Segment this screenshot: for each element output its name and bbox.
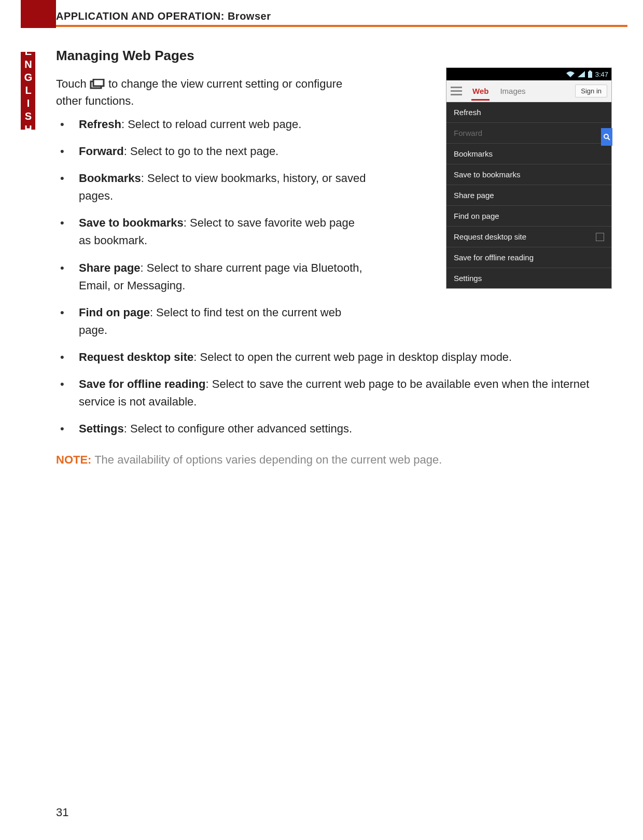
bullet-term: Share page	[79, 261, 141, 274]
menu-item: Forward	[446, 123, 611, 144]
status-time: 3:47	[595, 71, 608, 78]
menu-item-label: Save for offline reading	[454, 253, 534, 262]
svg-rect-4	[451, 87, 462, 88]
narrow-column: Refresh: Select to reload current web pa…	[56, 116, 367, 339]
signal-icon	[578, 71, 585, 77]
tabs-icon	[90, 77, 105, 87]
bullet-item: Settings: Select to configure other adva…	[60, 420, 612, 438]
svg-point-7	[604, 134, 608, 138]
battery-icon	[588, 71, 592, 78]
menu-item-label: Bookmarks	[454, 149, 493, 158]
header-rule	[56, 25, 627, 27]
wide-column: Request desktop site: Select to open the…	[56, 348, 612, 438]
wifi-icon	[566, 71, 575, 77]
bullet-term: Refresh	[79, 118, 121, 131]
svg-rect-6	[451, 94, 462, 95]
note-text: The availability of options varies depen…	[91, 453, 442, 466]
menu-item[interactable]: Bookmarks	[446, 144, 611, 164]
options-menu: RefreshForwardBookmarksSave to bookmarks…	[446, 102, 611, 288]
menu-item[interactable]: Save to bookmarks	[446, 164, 611, 185]
svg-rect-1	[93, 79, 104, 86]
bullet-item: Request desktop site: Select to open the…	[60, 348, 612, 366]
language-tab: ENGLISH	[21, 52, 35, 130]
bullet-desc: : Select to configure other advanced set…	[124, 422, 352, 435]
menu-item[interactable]: Save for offline reading	[446, 247, 611, 268]
note-label: NOTE:	[56, 453, 91, 466]
bullet-desc: : Select to go to the next page.	[124, 145, 278, 158]
bullet-term: Save to bookmarks	[79, 216, 184, 229]
bullet-item: Bookmarks: Select to view bookmarks, his…	[60, 170, 367, 205]
menu-item[interactable]: Settings	[446, 268, 611, 288]
svg-line-8	[608, 138, 610, 140]
menu-item-label: Refresh	[454, 108, 481, 117]
checkbox-icon[interactable]	[596, 233, 604, 241]
menu-item[interactable]: Refresh	[446, 102, 611, 123]
bullet-item: Share page: Select to share current page…	[60, 259, 367, 295]
search-icon[interactable]	[601, 128, 612, 146]
bullet-item: Refresh: Select to reload current web pa…	[60, 116, 367, 133]
tab-images[interactable]: Images	[499, 81, 526, 101]
page-number: 31	[56, 806, 68, 819]
menu-item-label: Find on page	[454, 212, 499, 220]
menu-item-label: Save to bookmarks	[454, 170, 520, 179]
menu-item-label: Request desktop site	[454, 232, 526, 241]
bullet-term: Find on page	[79, 306, 150, 319]
bullet-list-narrow: Refresh: Select to reload current web pa…	[56, 116, 367, 339]
phone-screenshot: 3:47 Web Images Sign in RefreshForwardBo…	[446, 67, 612, 289]
bullet-item: Forward: Select to go to the next page.	[60, 143, 367, 160]
signin-button[interactable]: Sign in	[575, 85, 607, 97]
menu-item[interactable]: Share page	[446, 185, 611, 206]
menu-item-label: Settings	[454, 274, 482, 283]
status-bar: 3:47	[446, 68, 611, 80]
bullet-term: Forward	[79, 145, 124, 158]
bullet-term: Settings	[79, 422, 124, 435]
bullet-term: Bookmarks	[79, 172, 141, 185]
bullet-item: Find on page: Select to find test on the…	[60, 304, 367, 339]
bullet-item: Save for offline reading: Select to save…	[60, 375, 612, 411]
intro-text: Touch to change the view current setting…	[56, 75, 357, 109]
bullet-desc: : Select to open the current web page in…	[193, 351, 512, 363]
bullet-item: Save to bookmarks: Select to save favori…	[60, 214, 367, 249]
menu-item[interactable]: Find on page	[446, 206, 611, 227]
bullet-term: Request desktop site	[79, 351, 193, 363]
bullet-term: Save for offline reading	[79, 377, 206, 390]
page-header: APPLICATION AND OPERATION: Browser	[56, 10, 627, 22]
svg-rect-2	[588, 72, 592, 78]
section-title: Managing Web Pages	[56, 48, 612, 64]
intro-pre: Touch	[56, 77, 90, 90]
svg-rect-3	[589, 71, 591, 72]
menu-item[interactable]: Request desktop site	[446, 227, 611, 247]
svg-rect-5	[451, 90, 462, 92]
menu-item-label: Forward	[454, 129, 482, 137]
note-line: NOTE: The availability of options varies…	[56, 453, 612, 467]
browser-toolbar: Web Images Sign in	[446, 80, 611, 102]
bullet-desc: : Select to reload current web page.	[121, 118, 301, 131]
hamburger-icon[interactable]	[451, 87, 462, 96]
tab-web[interactable]: Web	[471, 81, 490, 101]
menu-item-label: Share page	[454, 191, 494, 200]
corner-block	[21, 0, 56, 28]
bullet-list-wide: Request desktop site: Select to open the…	[56, 348, 612, 438]
